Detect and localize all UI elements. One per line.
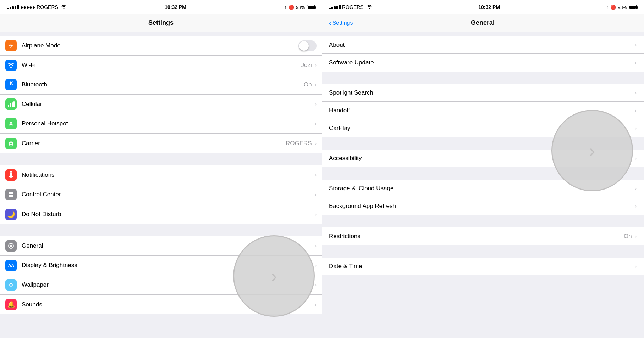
do-not-disturb-row[interactable]: 🌙 Do Not Disturb › <box>0 204 322 224</box>
wifi-label: Wi-Fi <box>22 62 301 69</box>
carplay-row[interactable]: CarPlay › <box>322 119 644 137</box>
left-status-time: 10:32 PM <box>165 4 186 10</box>
left-status-carrier: ●●●●● ROGERS <box>7 4 67 10</box>
control-center-label: Control Center <box>22 191 315 198</box>
about-row[interactable]: About › <box>322 36 644 54</box>
location-icon: ↑ <box>284 5 287 10</box>
notifications-row[interactable]: Notifications › <box>0 165 322 185</box>
background-app-refresh-row[interactable]: Background App Refresh › <box>322 197 644 215</box>
general-icon <box>5 240 17 252</box>
airplane-mode-toggle[interactable] <box>298 40 317 51</box>
left-nav-bar: Settings <box>0 14 322 32</box>
storage-icloud-label: Storage & iCloud Usage <box>329 185 635 192</box>
do-not-disturb-chevron: › <box>315 211 317 218</box>
handoff-chevron: › <box>635 107 637 114</box>
control-center-row[interactable]: Control Center › <box>0 185 322 204</box>
wifi-value: Jozi <box>301 62 312 69</box>
notifications-icon <box>5 169 17 181</box>
about-section: About › Software Update › <box>322 36 644 72</box>
carrier-label: Carrier <box>22 140 286 147</box>
hotspot-row[interactable]: Personal Hotspot › <box>0 114 322 134</box>
bluetooth-label: Bluetooth <box>22 81 304 88</box>
date-time-row[interactable]: Date & Time › <box>322 258 644 275</box>
right-location-icon: ↑ <box>606 5 609 10</box>
about-chevron: › <box>635 42 637 48</box>
battery-icon <box>307 5 315 9</box>
right-battery-icon <box>629 5 637 9</box>
display-brightness-chevron: › <box>315 262 317 269</box>
right-status-right: ↑ 🔴 93% <box>606 5 637 10</box>
wallpaper-chevron: › <box>315 282 317 288</box>
svg-rect-0 <box>8 105 9 107</box>
software-update-label: Software Update <box>329 59 635 66</box>
control-center-chevron: › <box>315 191 317 198</box>
wallpaper-row[interactable]: Wallpaper › <box>0 275 322 295</box>
background-app-refresh-chevron: › <box>635 203 637 209</box>
hotspot-label: Personal Hotspot <box>22 120 315 127</box>
sounds-label: Sounds <box>22 301 315 308</box>
airplane-mode-label: Airplane Mode <box>22 42 298 49</box>
sounds-chevron: › <box>315 302 317 308</box>
do-not-disturb-icon: 🌙 <box>5 209 17 220</box>
left-phone-screen: ●●●●● ROGERS 10:32 PM ↑ 🔴 93% Settings <box>0 0 322 338</box>
svg-rect-3 <box>13 101 15 107</box>
software-update-row[interactable]: Software Update › <box>322 54 644 72</box>
general-row[interactable]: General › <box>0 236 322 256</box>
carrier-chevron: › <box>315 140 317 147</box>
bluetooth-value: On <box>304 81 312 88</box>
svg-point-13 <box>10 245 12 247</box>
hotspot-icon <box>5 118 17 129</box>
cellular-icon <box>5 98 17 110</box>
sounds-row[interactable]: 🔔 Sounds › <box>0 295 322 314</box>
display-brightness-icon: AA <box>5 260 17 271</box>
network-section: ✈ Airplane Mode Wi-Fi Jozi › <box>0 36 322 153</box>
storage-icloud-row[interactable]: Storage & iCloud Usage › <box>322 180 644 197</box>
wifi-row[interactable]: Wi-Fi Jozi › <box>0 56 322 75</box>
left-status-right: ↑ 🔴 93% <box>284 5 315 10</box>
right-nav-title: General <box>471 19 495 27</box>
airplane-mode-icon: ✈ <box>5 40 17 51</box>
svg-rect-2 <box>12 102 13 107</box>
handoff-row[interactable]: Handoff › <box>322 102 644 119</box>
svg-point-4 <box>10 122 12 124</box>
signal-dots <box>7 5 19 9</box>
date-time-section: Date & Time › <box>322 258 644 275</box>
restrictions-row[interactable]: Restrictions On › <box>322 227 644 245</box>
storage-icloud-chevron: › <box>635 185 637 192</box>
wifi-status-icon <box>61 4 67 10</box>
carrier-text: ●●●●● ROGERS <box>20 4 58 10</box>
back-label: Settings <box>332 20 353 26</box>
accessibility-chevron: › <box>635 155 637 162</box>
notifications-label: Notifications <box>22 171 315 179</box>
right-phone-screen: ROGERS 10:32 PM ↑ 🔴 93% ‹ Settings <box>322 0 644 338</box>
spotlight-row[interactable]: Spotlight Search › <box>322 84 644 102</box>
right-status-time: 10:32 PM <box>478 4 500 10</box>
right-settings-list: About › Software Update › Spotlight Sear… <box>322 32 644 338</box>
carplay-chevron: › <box>635 125 637 131</box>
bluetooth-status-icon: 🔴 <box>288 5 294 10</box>
control-center-icon <box>5 189 17 200</box>
general-chevron: › <box>315 243 317 249</box>
date-time-label: Date & Time <box>329 263 635 270</box>
storage-section: Storage & iCloud Usage › Background App … <box>322 180 644 215</box>
display-brightness-row[interactable]: AA Display & Brightness › <box>0 256 322 275</box>
svg-point-6 <box>10 177 12 178</box>
restrictions-section: Restrictions On › <box>322 227 644 245</box>
spotlight-section: Spotlight Search › Handoff › CarPlay › <box>322 84 644 137</box>
right-top-gap <box>322 32 644 36</box>
back-chevron-icon: ‹ <box>329 19 331 27</box>
svg-rect-11 <box>11 195 13 197</box>
airplane-mode-row[interactable]: ✈ Airplane Mode <box>0 36 322 56</box>
general-section: General › AA Display & Brightness › <box>0 236 322 314</box>
bluetooth-icon: ᴷ <box>5 79 17 90</box>
right-battery-text: 93% <box>618 5 627 10</box>
right-nav-bar: ‹ Settings General <box>322 14 644 32</box>
bluetooth-row[interactable]: ᴷ Bluetooth On › <box>0 75 322 95</box>
right-nav-back[interactable]: ‹ Settings <box>329 19 353 27</box>
right-wifi-icon <box>367 4 372 10</box>
gap-2 <box>0 153 322 165</box>
restrictions-label: Restrictions <box>329 233 624 240</box>
cellular-row[interactable]: Cellular › <box>0 95 322 114</box>
accessibility-row[interactable]: Accessibility › <box>322 150 644 167</box>
carrier-row[interactable]: Carrier ROGERS › <box>0 134 322 153</box>
